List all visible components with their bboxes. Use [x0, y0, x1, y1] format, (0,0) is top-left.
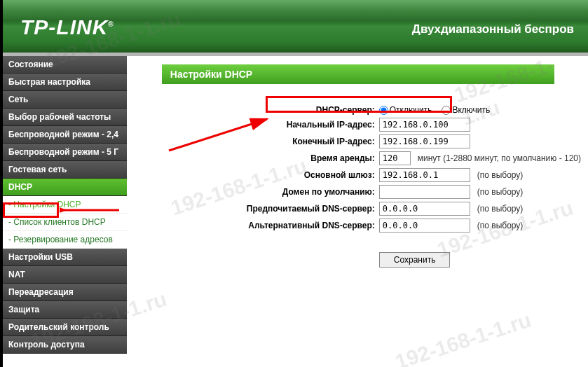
sidebar-item-access[interactable]: Контроль доступа — [3, 336, 127, 354]
tagline: Двухдиапазонный беспров — [412, 22, 574, 36]
domain-label: Домен по умолчанию: — [162, 187, 379, 197]
sidebar-item-wireless-5[interactable]: Беспроводной режим - 5 Г — [3, 144, 127, 161]
start-ip-label: Начальный IP-адрес: — [162, 120, 379, 130]
sidebar-item-nat[interactable]: NAT — [3, 266, 127, 284]
dns1-hint: (по выбору) — [477, 204, 524, 214]
dns2-input[interactable] — [379, 219, 470, 233]
save-button[interactable]: Сохранить — [379, 252, 451, 268]
header: TP-LINK® Двухдиапазонный беспров — [3, 0, 588, 56]
sidebar-item-wireless-24[interactable]: Беспроводной режим - 2,4 — [3, 126, 127, 144]
domain-hint: (по выбору) — [477, 187, 524, 197]
logo: TP-LINK® — [20, 15, 114, 39]
dns2-hint: (по выбору) — [477, 221, 524, 230]
dns1-label: Предпочитаемый DNS-сервер: — [162, 204, 379, 214]
end-ip-label: Конечный IP-адрес: — [162, 137, 379, 146]
sidebar-item-guest[interactable]: Гостевая сеть — [3, 161, 127, 179]
sidebar-item-freq[interactable]: Выбор рабочей частоты — [3, 109, 127, 126]
sidebar-sub-dhcp-clients[interactable]: - Список клиентов DHCP — [3, 214, 127, 231]
gateway-hint: (по выбору) — [477, 170, 524, 180]
sidebar-item-quick-setup[interactable]: Быстрая настройка — [3, 74, 127, 91]
sidebar-item-status[interactable]: Состояние — [3, 56, 127, 74]
lease-input[interactable] — [379, 151, 411, 165]
gateway-label: Основной шлюз: — [162, 170, 379, 180]
sidebar-item-forwarding[interactable]: Переадресация — [3, 284, 127, 301]
dhcp-enable-label: Включить — [452, 105, 490, 115]
sidebar-sub-dhcp-settings[interactable]: - Настройки DHCP — [3, 196, 127, 214]
lease-label: Время аренды: — [162, 153, 379, 163]
dhcp-enable-radio[interactable] — [442, 106, 451, 115]
sidebar-item-security[interactable]: Защита — [3, 301, 127, 319]
domain-input[interactable] — [379, 185, 470, 199]
dhcp-disable-label: Отключить — [390, 105, 432, 115]
panel-title: Настройки DHCP — [162, 64, 554, 84]
gateway-input[interactable] — [379, 168, 470, 182]
sidebar: Состояние Быстрая настройка Сеть Выбор р… — [3, 56, 127, 363]
end-ip-input[interactable] — [379, 134, 470, 148]
sidebar-item-dhcp[interactable]: DHCP — [3, 179, 127, 196]
dhcp-disable-radio[interactable] — [379, 106, 388, 115]
dhcp-server-label: DHCP-сервер: — [162, 105, 379, 115]
sidebar-sub-dhcp-reserve[interactable]: - Резервирование адресов — [3, 231, 127, 249]
dns2-label: Альтернативный DNS-сервер: — [162, 221, 379, 230]
sidebar-item-network[interactable]: Сеть — [3, 91, 127, 109]
sidebar-item-parental[interactable]: Родительский контроль — [3, 319, 127, 336]
sidebar-item-usb[interactable]: Настройки USB — [3, 249, 127, 266]
dns1-input[interactable] — [379, 202, 470, 216]
content: Настройки DHCP DHCP-сервер: Отключить Вк… — [127, 56, 588, 363]
lease-hint: минут (1-2880 минут, по умолчанию - 120) — [418, 153, 581, 163]
start-ip-input[interactable] — [379, 118, 470, 132]
